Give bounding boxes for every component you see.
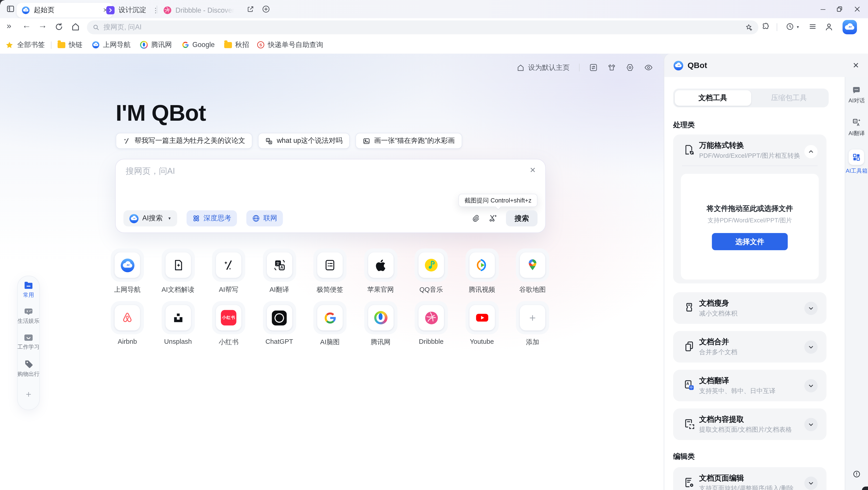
collapse-button[interactable]: [804, 145, 817, 158]
tool-card-doc-translate[interactable]: A 中 文档翻译 支持英中、韩中、日中互译: [673, 370, 827, 401]
bookmark-item[interactable]: 快链: [58, 40, 83, 50]
help-button[interactable]: [852, 470, 861, 478]
category-label: 工作学习: [18, 343, 39, 351]
bookmark-item[interactable]: Google: [181, 41, 215, 49]
tab-menu-icon[interactable]: ⋮: [152, 6, 159, 14]
app-shortcut-airbnb[interactable]: Airbnb: [111, 301, 144, 347]
app-shortcut-unsplash[interactable]: Unsplash: [161, 301, 195, 347]
add-shortcut-button[interactable]: ＋ 添加: [516, 301, 549, 347]
app-shortcut-tencent-video[interactable]: 腾讯视频: [465, 249, 498, 295]
app-shortcut-qqmusic[interactable]: QQ音乐: [414, 249, 448, 295]
menu-button[interactable]: [808, 22, 817, 31]
app-shortcut-daohang[interactable]: 上网导航: [111, 249, 144, 295]
chevron-down-icon: [808, 480, 814, 486]
app-shortcut-ai-doc-read[interactable]: AI文档解读: [161, 249, 195, 295]
app-shortcut-google-maps[interactable]: 谷歌地图: [516, 249, 549, 295]
star-icon: [5, 41, 14, 49]
category-label: 购物出行: [18, 370, 39, 378]
restore-button[interactable]: [836, 5, 843, 13]
tab-start-page[interactable]: 起始页 ✕: [17, 3, 113, 18]
deep-think-toggle[interactable]: 深度思考: [186, 210, 237, 226]
app-shortcut-notes[interactable]: 极简便签: [313, 249, 346, 295]
bookmark-add-icon[interactable]: [745, 23, 753, 31]
forward-button[interactable]: →: [38, 21, 47, 31]
panel-close-icon[interactable]: ✕: [852, 61, 859, 70]
qbot-avatar-button[interactable]: [842, 20, 857, 34]
tool-card-doc-extract[interactable]: 文档内容提取 提取文档页面/文档图片/文档表格: [673, 408, 827, 440]
tool-card-doc-slim[interactable]: 文档瘦身 减小文档体积: [673, 292, 827, 324]
bookmark-item[interactable]: 秋招: [224, 40, 249, 50]
add-category-button[interactable]: ＋: [24, 389, 33, 400]
suggestion-chip-paint[interactable]: 画一张“猫在奔跑”的水彩画: [355, 133, 462, 149]
layout-swap-icon[interactable]: [589, 63, 598, 72]
app-shortcut-tencent-web[interactable]: 腾讯网: [364, 301, 397, 347]
history-button[interactable]: ▼: [785, 22, 800, 31]
category-shopping-travel[interactable]: 购物出行: [18, 360, 39, 378]
bookmark-item[interactable]: S 快递单号自助查询: [257, 40, 323, 50]
svg-text:文: 文: [267, 139, 269, 141]
online-toggle[interactable]: 联网: [246, 210, 283, 226]
ai-search-mode-dropdown[interactable]: AI搜索 ▼: [123, 210, 177, 226]
rail-ai-chat[interactable]: AI对话: [848, 86, 865, 105]
tool-card-page-edit[interactable]: 文档页面编辑 支持页面旋转/调整顺序/插入/删除: [673, 467, 827, 490]
app-shortcut-chatgpt[interactable]: ChatGPT: [263, 301, 296, 347]
app-shortcut-xiaohongshu[interactable]: 小红书 小红书: [212, 301, 245, 347]
expand-button[interactable]: [804, 476, 817, 490]
bookmark-item[interactable]: 腾讯网: [140, 40, 172, 50]
back-button[interactable]: ←: [22, 21, 31, 31]
expand-button[interactable]: [804, 379, 817, 392]
share-tab-button[interactable]: [246, 5, 255, 13]
tab-dribbble[interactable]: Dribbble - Discover Th: [163, 3, 234, 18]
extensions-button[interactable]: [761, 22, 770, 31]
app-shortcut-ai-mindmap[interactable]: AI脑图: [313, 301, 346, 347]
close-window-button[interactable]: [854, 5, 861, 13]
tab-archive-tools[interactable]: 压缩包工具: [751, 90, 827, 106]
expand-button[interactable]: [804, 301, 817, 315]
settings-hexagon-icon[interactable]: [625, 63, 634, 72]
eye-preview-icon[interactable]: [644, 63, 653, 72]
expand-button[interactable]: [804, 340, 817, 354]
app-shortcut-ai-translate[interactable]: 文 A AI翻译: [263, 249, 296, 295]
extensions-overflow-icon[interactable]: »: [6, 21, 11, 31]
bookmark-all[interactable]: 全部书签: [5, 40, 45, 50]
card-divider: [682, 165, 817, 166]
rail-ai-toolbox[interactable]: AI工具箱: [846, 149, 868, 175]
attach-file-button[interactable]: [471, 214, 480, 223]
choose-file-button[interactable]: 选择文件: [712, 233, 788, 250]
app-shortcut-ai-write[interactable]: AI帮写: [212, 249, 245, 295]
search-toolbar: AI搜索 ▼ 深度思考: [123, 210, 537, 226]
home-button[interactable]: [71, 22, 80, 32]
new-tab-button[interactable]: [262, 5, 270, 13]
category-work-study[interactable]: 工作学习: [18, 334, 39, 351]
minimize-button[interactable]: ─: [821, 5, 826, 13]
app-shortcut-dribbble[interactable]: Dribbble: [414, 301, 448, 347]
tab-doc-tools[interactable]: 文档工具: [675, 90, 751, 106]
search-close-icon[interactable]: ✕: [530, 165, 536, 174]
suggestion-chip-translate[interactable]: 文 A what up这个说法对吗: [258, 133, 350, 149]
address-bar[interactable]: 搜网页, 问AI: [87, 20, 758, 34]
rail-ai-translate[interactable]: 中 A AI翻译: [848, 118, 865, 137]
ai-search-box[interactable]: 搜网页，问AI ✕ 截图提问 Control+shift+z AI搜索 ▼: [115, 159, 546, 233]
file-dropzone[interactable]: 将文件拖动至此或选择文件 支持PDF/Word/Excel/PPT/图片 选择文…: [681, 174, 819, 280]
reload-button[interactable]: [54, 22, 64, 32]
profile-button[interactable]: [825, 22, 834, 32]
search-submit-button[interactable]: 搜索: [506, 210, 537, 226]
sidebar-toggle-button[interactable]: [6, 4, 15, 13]
tab-design[interactable]: 设计沉淀 ⋮: [106, 3, 159, 18]
expand-button[interactable]: [804, 418, 817, 431]
app-label: QQ音乐: [419, 285, 443, 295]
tool-card-doc-merge[interactable]: 文档合并 合并多个文档: [673, 331, 827, 363]
category-life[interactable]: x 生活娱乐: [18, 308, 39, 325]
notes-icon: [323, 258, 337, 272]
app-shortcut-apple[interactable]: 苹果官网: [364, 249, 397, 295]
tool-subtitle: 提取文档页面/文档图片/文档表格: [699, 426, 792, 434]
category-common[interactable]: 常用: [23, 281, 34, 299]
screenshot-ask-button[interactable]: [488, 214, 498, 223]
set-default-home-button[interactable]: 设为默认主页: [517, 63, 569, 72]
suggestion-chip-essay[interactable]: 帮我写一篇主题为牡丹之美的议论文: [116, 133, 252, 149]
tool-title: 文档页面编辑: [699, 473, 744, 483]
category-label: 常用: [23, 291, 34, 299]
skin-tshirt-icon[interactable]: [608, 63, 616, 72]
bookmark-item[interactable]: 上网导航: [92, 40, 131, 50]
app-shortcut-youtube[interactable]: Youtube: [465, 301, 498, 347]
